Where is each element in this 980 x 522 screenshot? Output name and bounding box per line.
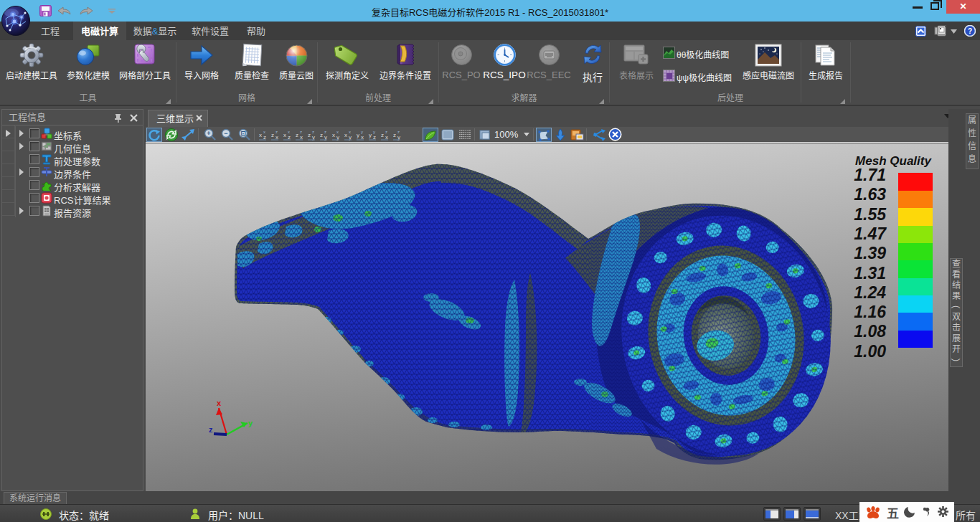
svg-text:z: z bbox=[381, 132, 384, 138]
svg-text:z: z bbox=[209, 425, 213, 434]
svg-text:⊡: ⊡ bbox=[240, 130, 246, 137]
svg-text:x: x bbox=[344, 132, 347, 138]
svg-text:z: z bbox=[275, 130, 278, 134]
svg-text:z: z bbox=[324, 130, 326, 134]
svg-text:z: z bbox=[308, 132, 311, 138]
svg-text:y: y bbox=[361, 130, 363, 134]
svg-text:z: z bbox=[393, 132, 396, 138]
svg-text:x: x bbox=[332, 132, 335, 138]
svg-text:z: z bbox=[296, 132, 298, 138]
svg-text:?: ? bbox=[968, 27, 972, 35]
svg-text:x: x bbox=[283, 132, 286, 138]
svg-text:y: y bbox=[373, 130, 375, 134]
svg-text:z: z bbox=[271, 132, 274, 138]
svg-text:z: z bbox=[385, 130, 387, 134]
svg-text:x: x bbox=[336, 130, 339, 134]
svg-text:x: x bbox=[259, 132, 262, 138]
svg-text:x: x bbox=[217, 399, 222, 407]
svg-text:−: − bbox=[224, 130, 227, 137]
svg-text:x: x bbox=[349, 130, 351, 134]
svg-text:z: z bbox=[300, 130, 302, 134]
svg-text:+: + bbox=[207, 130, 210, 137]
svg-text:y: y bbox=[248, 419, 253, 427]
svg-text:z: z bbox=[312, 130, 314, 134]
svg-text:x: x bbox=[288, 130, 290, 134]
svg-text:y: y bbox=[369, 132, 372, 138]
svg-text:x: x bbox=[263, 130, 265, 134]
svg-text:z: z bbox=[397, 130, 400, 134]
svg-text:z: z bbox=[320, 132, 323, 138]
svg-text:y: y bbox=[357, 132, 359, 138]
